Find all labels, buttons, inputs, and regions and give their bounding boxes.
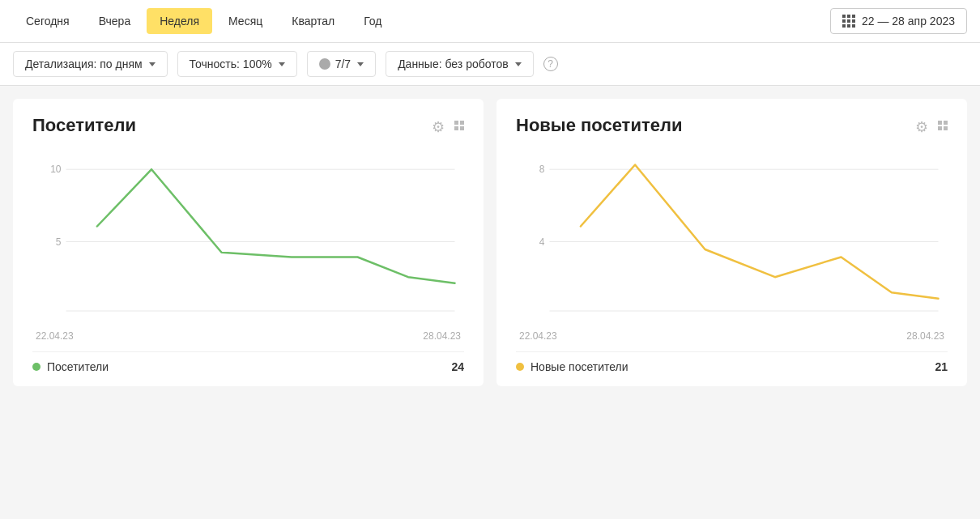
charts-area: Посетители⚙ 10 5 22.04.2328.04.23Посетит… <box>0 86 980 399</box>
chart-legend-new-visitors: Новые посетители21 <box>516 351 948 373</box>
chart-dates-new-visitors: 22.04.2328.04.23 <box>516 330 948 342</box>
chart-svg-area-new-visitors: 8 4 <box>516 149 948 327</box>
charts-container: Посетители⚙ 10 5 22.04.2328.04.23Посетит… <box>13 99 967 386</box>
svg-text:4: 4 <box>539 236 545 248</box>
detail-filter-button[interactable]: Детализация: по дням <box>13 51 168 77</box>
legend-dot-visitors <box>32 363 40 371</box>
chart-actions-new-visitors: ⚙ <box>915 118 948 133</box>
chart-card-new-visitors: Новые посетители⚙ 8 4 22.04.2328.04.23Но… <box>496 99 967 386</box>
date-picker-button[interactable]: 22 — 28 апр 2023 <box>830 8 967 34</box>
legend-label-visitors: Посетители <box>47 360 109 373</box>
grid-icon-new-visitors[interactable] <box>938 121 948 130</box>
chart-header-visitors: Посетители⚙ <box>32 115 464 136</box>
gear-icon-visitors[interactable]: ⚙ <box>432 118 446 133</box>
chart-x-start-new-visitors: 22.04.23 <box>519 330 557 342</box>
legend-left-visitors: Посетители <box>32 360 109 373</box>
legend-left-new-visitors: Новые посетители <box>516 360 628 373</box>
chart-x-end-new-visitors: 28.04.23 <box>906 330 944 342</box>
chart-x-end-visitors: 28.04.23 <box>423 330 461 342</box>
chart-card-visitors: Посетители⚙ 10 5 22.04.2328.04.23Посетит… <box>13 99 484 386</box>
segments-filter-label: 7/7 <box>335 57 351 70</box>
top-bar: СегодняВчераНеделяМесяцКварталГод 22 — 2… <box>0 0 980 43</box>
tab-yesterday[interactable]: Вчера <box>86 8 144 34</box>
chart-header-new-visitors: Новые посетители⚙ <box>516 115 948 136</box>
accuracy-filter-button[interactable]: Точность: 100% <box>177 51 297 77</box>
detail-chevron-icon <box>149 62 156 66</box>
svg-text:10: 10 <box>50 164 62 175</box>
chart-x-start-visitors: 22.04.23 <box>36 330 74 342</box>
chart-title-new-visitors: Новые посетители <box>516 115 915 136</box>
chart-actions-visitors: ⚙ <box>432 118 464 133</box>
tab-year[interactable]: Год <box>351 8 394 34</box>
chart-title-visitors: Посетители <box>32 115 432 136</box>
help-icon[interactable]: ? <box>543 57 558 71</box>
legend-value-new-visitors: 21 <box>935 360 948 373</box>
grid-icon-visitors[interactable] <box>454 121 464 130</box>
gear-icon-new-visitors[interactable]: ⚙ <box>915 118 930 133</box>
tab-week[interactable]: Неделя <box>147 8 212 34</box>
date-range-label: 22 — 28 апр 2023 <box>862 15 955 28</box>
legend-label-new-visitors: Новые посетители <box>530 360 628 373</box>
chart-dates-visitors: 22.04.2328.04.23 <box>32 330 464 342</box>
accuracy-chevron-icon <box>279 62 285 66</box>
data-filter-button[interactable]: Данные: без роботов <box>386 51 534 77</box>
segments-chevron-icon <box>357 62 364 66</box>
tab-today[interactable]: Сегодня <box>13 8 83 34</box>
segments-bubble-icon <box>319 58 330 70</box>
tabs-container: СегодняВчераНеделяМесяцКварталГод <box>13 8 394 34</box>
chart-svg: 8 4 <box>516 149 948 327</box>
data-chevron-icon <box>515 62 522 66</box>
svg-text:5: 5 <box>56 236 62 248</box>
segments-filter-button[interactable]: 7/7 <box>307 51 376 77</box>
detail-filter-label: Детализация: по дням <box>25 57 143 70</box>
legend-value-visitors: 24 <box>451 360 464 373</box>
chart-svg: 10 5 <box>32 149 464 327</box>
tab-month[interactable]: Месяц <box>215 8 275 34</box>
accuracy-filter-label: Точность: 100% <box>190 57 272 70</box>
data-filter-label: Данные: без роботов <box>398 57 509 70</box>
svg-text:8: 8 <box>539 164 545 175</box>
tab-quarter[interactable]: Квартал <box>279 8 347 34</box>
chart-legend-visitors: Посетители24 <box>32 351 464 373</box>
chart-svg-area-visitors: 10 5 <box>32 149 464 327</box>
legend-dot-new-visitors <box>516 363 524 371</box>
calendar-icon <box>842 15 855 28</box>
filter-bar: Детализация: по дням Точность: 100% 7/7 … <box>0 43 980 86</box>
